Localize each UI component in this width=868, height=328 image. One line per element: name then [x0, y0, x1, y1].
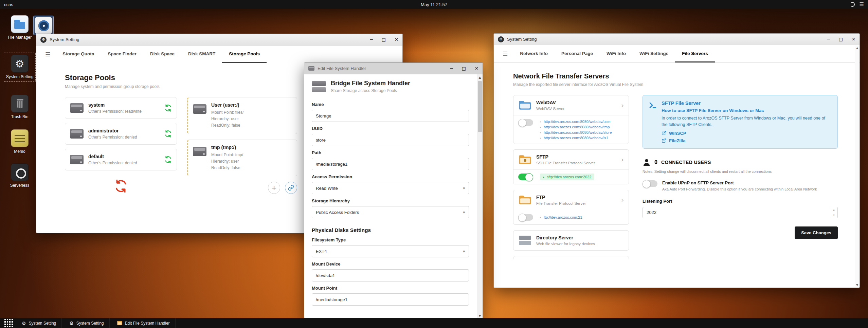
- server-card-header[interactable]: FTP File Transfer Protocol Server ›: [513, 190, 629, 210]
- add-mount-button[interactable]: +: [268, 182, 280, 194]
- chevron-right-icon[interactable]: ›: [621, 196, 624, 204]
- scroll-up-icon[interactable]: ▲: [477, 74, 483, 80]
- scroll-down-icon[interactable]: ▼: [855, 283, 859, 287]
- mount-device-input[interactable]: [312, 269, 469, 281]
- trash-bin-icon: [11, 95, 29, 112]
- desktop-icon-serverless[interactable]: Serverless: [3, 162, 36, 189]
- server-card-header[interactable]: SFTP SSH File Transfer Protocol Server ›: [513, 150, 629, 169]
- sync-icon[interactable]: [164, 156, 172, 163]
- window-scrollbar[interactable]: ▲ ▼: [855, 45, 859, 287]
- minimize-button[interactable]: ─: [827, 37, 830, 41]
- upnp-description: Aka Auto Port Forwarding. Disable this o…: [662, 187, 817, 191]
- sync-icon[interactable]: [164, 104, 172, 112]
- chevron-right-icon[interactable]: ›: [621, 156, 624, 164]
- storage-pool-card-administrator[interactable]: administrator Other's Permission: denied: [65, 123, 177, 145]
- desktop-icon-trash-bin[interactable]: Trash Bin: [3, 94, 36, 121]
- ftp-link[interactable]: ftp://dev.arozos.com:21: [544, 215, 582, 219]
- webdav-link[interactable]: http://dev.arozos.com:8080/webdav/store: [544, 130, 612, 134]
- desktop-icon-file-manager[interactable]: File Manager: [3, 14, 36, 41]
- tab-disk-space[interactable]: Disk Space: [143, 45, 181, 63]
- task-item-system-setting-2[interactable]: ⚙ System Setting: [64, 318, 109, 328]
- tab-wifi-info[interactable]: WiFi Info: [600, 45, 633, 62]
- minimize-button[interactable]: ─: [370, 37, 373, 42]
- scrollbar-thumb[interactable]: [478, 81, 482, 132]
- mount-point-input[interactable]: [312, 293, 469, 306]
- filesystem-type-select[interactable]: EXT4 ▾: [312, 245, 469, 257]
- tab-storage-pools[interactable]: Storage Pools: [222, 45, 267, 63]
- webdav-link[interactable]: http://dev.arozos.com:8080/webdav/tmp: [544, 125, 610, 129]
- desktop-icon-system-setting[interactable]: ⚙ System Setting: [3, 54, 36, 80]
- tab-file-servers[interactable]: File Servers: [675, 45, 715, 62]
- tab-space-finder[interactable]: Space Finder: [101, 45, 143, 63]
- spinner-up-icon[interactable]: ▴: [830, 207, 837, 213]
- chevron-right-icon[interactable]: ›: [621, 101, 624, 109]
- desktop-icon-memo[interactable]: Memo: [3, 128, 36, 155]
- webdav-toggle[interactable]: [518, 119, 533, 126]
- server-card-header[interactable]: Directory Server Web file viewer for leg…: [513, 231, 629, 250]
- sidebar-menu-icon[interactable]: ☰: [497, 51, 513, 57]
- sidebar-menu-icon[interactable]: ☰: [40, 51, 56, 58]
- link-mount-button[interactable]: [285, 182, 297, 194]
- maximize-button[interactable]: □: [462, 66, 466, 71]
- tab-personal-page[interactable]: Personal Page: [555, 45, 600, 62]
- maximize-button[interactable]: □: [839, 37, 843, 41]
- desktop-icon-media-app[interactable]: [33, 16, 54, 35]
- maximize-button[interactable]: □: [382, 37, 386, 42]
- page-title: Network File Transfer Servers: [513, 72, 844, 80]
- connected-users-count: 0: [654, 159, 657, 165]
- window-edit-file-system-handler: Edit File System Handler ─ □ ✕ Bridge Fi…: [304, 62, 483, 318]
- listening-port-input[interactable]: [643, 207, 838, 218]
- task-item-system-setting-1[interactable]: ⚙ System Setting: [16, 318, 62, 328]
- link-icon: [288, 185, 294, 191]
- webdav-link[interactable]: http://dev.arozos.com:8080/webdav/ls1: [544, 136, 608, 140]
- window-titlebar[interactable]: ⚙ System Setting ─ □ ✕: [494, 34, 860, 45]
- access-permission-select[interactable]: Read Write ▾: [312, 182, 469, 194]
- task-item-edit-file-system-handler[interactable]: Edit File System Handler: [112, 318, 176, 328]
- storage-pool-card-default[interactable]: default Other's Permission: denied: [65, 149, 177, 170]
- sftp-folder-icon: [518, 154, 532, 165]
- mount-point: Mount Point: tmp/: [211, 152, 243, 158]
- form-title: Bridge File System Handler: [331, 80, 410, 87]
- window-icon: [117, 321, 122, 325]
- tab-disk-smart[interactable]: Disk SMART: [181, 45, 222, 63]
- window-titlebar[interactable]: Edit File System Handler ─ □ ✕: [304, 63, 483, 74]
- client-link-winscp[interactable]: WinSCP: [662, 131, 832, 136]
- ftp-toggle[interactable]: [518, 214, 533, 221]
- storage-hierarchy-select[interactable]: Public Access Folders ▾: [312, 206, 469, 218]
- close-button[interactable]: ✕: [852, 37, 855, 41]
- save-changes-button[interactable]: Save Changes: [795, 226, 838, 239]
- topbar-menu-icon[interactable]: ☰: [860, 1, 864, 7]
- upnp-toggle[interactable]: [643, 180, 657, 187]
- client-link-filezilla[interactable]: FileZilla: [662, 138, 832, 143]
- app-launcher-button[interactable]: [3, 318, 14, 328]
- desktop-icon-label: Serverless: [10, 183, 30, 188]
- webdav-link[interactable]: http://dev.arozos.com:8080/webdav/user: [544, 120, 611, 124]
- spinner-down-icon[interactable]: ▾: [830, 213, 837, 218]
- sync-icon[interactable]: [164, 130, 172, 138]
- page-subtitle: Manage the exported file server interfac…: [513, 82, 844, 87]
- close-button[interactable]: ✕: [395, 37, 398, 42]
- window-scrollbar[interactable]: ▲ ▼: [477, 74, 483, 318]
- tab-storage-quota[interactable]: Storage Quota: [56, 45, 101, 63]
- mount-card-user[interactable]: User (user:/) Mount Point: files/ Hierar…: [187, 97, 297, 134]
- mount-card-tmp[interactable]: tmp (tmp:/) Mount Point: tmp/ Hierarchy:…: [187, 140, 297, 177]
- sftp-toggle[interactable]: [518, 174, 533, 180]
- path-input[interactable]: [312, 158, 469, 170]
- scroll-down-icon[interactable]: ▼: [477, 313, 483, 318]
- uuid-input[interactable]: [312, 134, 469, 146]
- storage-pool-card-system[interactable]: system Other's Permission: readwrite: [65, 97, 177, 119]
- name-label: Name: [312, 102, 469, 107]
- tab-network-info[interactable]: Network Info: [513, 45, 555, 62]
- gear-icon: ⚙: [69, 321, 74, 326]
- refresh-pools-icon[interactable]: [114, 179, 128, 193]
- minimize-button[interactable]: ─: [450, 66, 453, 71]
- close-button[interactable]: ✕: [475, 66, 478, 71]
- server-card-header[interactable]: WebDAV WebDAV Server ›: [513, 95, 629, 115]
- status-ring-icon[interactable]: [850, 2, 855, 7]
- scroll-up-icon[interactable]: ▲: [855, 45, 859, 50]
- name-input[interactable]: [312, 110, 469, 122]
- sftp-link[interactable]: sftp://dev.arozos.com:2022: [547, 175, 591, 179]
- tab-wifi-settings[interactable]: WiFi Settings: [633, 45, 675, 62]
- filesystem-type-label: Filesystem Type: [312, 237, 469, 242]
- window-titlebar[interactable]: ⚙ System Setting ─ □ ✕: [36, 34, 402, 45]
